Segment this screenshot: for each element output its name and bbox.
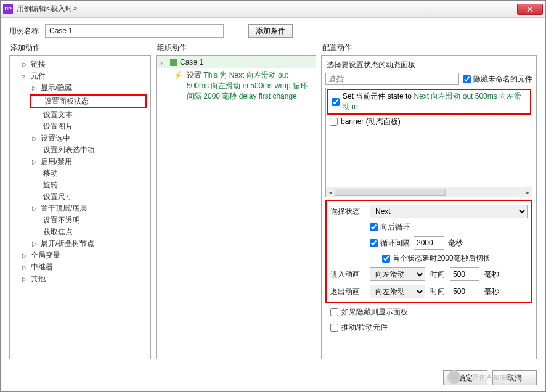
organize-panel: ▿ Case 1 ⚡ 设置 This 为 Next 向左滑动 out 500ms…: [156, 55, 316, 359]
anim-out-select[interactable]: 向左滑动: [370, 285, 425, 298]
organize-header: 组织动作: [156, 43, 316, 53]
search-input[interactable]: [325, 73, 459, 85]
configure-header: 配置动作: [321, 43, 537, 53]
close-button[interactable]: [517, 4, 543, 15]
horizontal-scrollbar[interactable]: ◂▸: [326, 187, 532, 197]
list-item-check[interactable]: [332, 98, 340, 106]
tree-enable-disable[interactable]: ▷启用/禁用: [11, 156, 149, 168]
push-pull-checkbox[interactable]: 推动/拉动元件: [325, 321, 532, 334]
action-tree-panel: ▷链接 ▿元件 ▷显示/隐藏 设置面板状态 设置文本 设置图片 ▷设置选中 设置…: [9, 55, 151, 359]
case-name-label: 用例名称: [9, 26, 39, 36]
tree-other[interactable]: ▷其他: [11, 273, 149, 285]
tree-set-text[interactable]: 设置文本: [11, 109, 149, 121]
tree-get-focus[interactable]: 获取焦点: [11, 226, 149, 238]
configure-panel: 选择要设置状态的动态面板 隐藏未命名的元件 Set 当前元件 state to …: [321, 55, 537, 359]
state-config-form: 选择状态 Next 向后循环 循环间隔 毫秒: [325, 200, 532, 303]
tree-set-panel-state[interactable]: 设置面板状态: [30, 94, 147, 108]
anim-out-time-input[interactable]: [450, 285, 479, 298]
case-editor-dialog: RP 用例编辑<载入时> 用例名称 添加条件 添加动作 ▷链接 ▿元件 ▷显示/…: [0, 0, 546, 392]
tree-repeater[interactable]: ▷中继器: [11, 261, 149, 273]
ms-label: 毫秒: [484, 269, 499, 280]
hide-unnamed-checkbox[interactable]: 隐藏未命名的元件: [463, 74, 532, 84]
panel-listbox[interactable]: Set 当前元件 state to Next 向左滑动 out 500ms 向左…: [325, 88, 532, 197]
cancel-button[interactable]: 取消: [492, 370, 537, 385]
time-label: 时间: [430, 269, 445, 280]
case-icon: [170, 59, 177, 66]
add-condition-button[interactable]: 添加条件: [248, 24, 293, 38]
tree-link[interactable]: ▷链接: [11, 59, 149, 70]
add-action-header: 添加动作: [9, 43, 151, 53]
anim-in-select[interactable]: 向左滑动: [370, 267, 425, 281]
list-item-banner[interactable]: banner (动态面板): [326, 115, 532, 128]
wrap-checkbox[interactable]: 向后循环: [370, 222, 410, 232]
tree-rotate[interactable]: 旋转: [11, 179, 149, 191]
delay-first-checkbox[interactable]: 首个状态延时2000毫秒后切换: [382, 253, 491, 264]
anim-in-time-input[interactable]: [450, 267, 479, 281]
state-select[interactable]: Next: [370, 205, 528, 218]
select-state-label: 选择状态: [330, 206, 365, 217]
tree-set-list-option[interactable]: 设置列表选中项: [11, 144, 149, 156]
tree-set-selected[interactable]: ▷设置选中: [11, 133, 149, 144]
tree-set-image[interactable]: 设置图片: [11, 121, 149, 133]
case-name-input[interactable]: [45, 24, 224, 38]
tree-bring-front[interactable]: ▷置于顶层/底层: [11, 203, 149, 214]
repeat-interval-input[interactable]: [414, 236, 444, 250]
window-title: 用例编辑<载入时>: [17, 4, 517, 14]
tree-move[interactable]: 移动: [11, 168, 149, 179]
list-item-current[interactable]: Set 当前元件 state to Next 向左滑动 out 500ms 向左…: [327, 89, 531, 115]
ok-button[interactable]: 确定: [443, 370, 487, 385]
tree-widget[interactable]: ▿元件: [11, 70, 149, 82]
titlebar: RP 用例编辑<载入时>: [1, 1, 545, 18]
tree-show-hide[interactable]: ▷显示/隐藏: [11, 82, 149, 94]
repeat-checkbox[interactable]: 循环间隔: [370, 238, 410, 248]
ms-label: 毫秒: [484, 287, 499, 297]
bolt-icon: ⚡: [174, 70, 183, 101]
time-label: 时间: [430, 287, 445, 297]
org-action[interactable]: ⚡ 设置 This 为 Next 向左滑动 out 500ms 向左滑动 in …: [157, 68, 316, 103]
ms-label: 毫秒: [448, 238, 463, 248]
tree-set-size[interactable]: 设置尺寸: [11, 191, 149, 203]
tree-set-opacity[interactable]: 设置不透明: [11, 214, 149, 226]
app-logo-icon: RP: [3, 4, 13, 14]
anim-in-label: 进入动画: [330, 269, 365, 280]
select-panel-label: 选择要设置状态的动态面板: [325, 60, 532, 70]
org-case[interactable]: ▿ Case 1: [157, 56, 316, 68]
tree-global-var[interactable]: ▷全局变量: [11, 250, 149, 261]
show-if-hidden-checkbox[interactable]: 如果隐藏则显示面板: [325, 306, 532, 319]
tree-collapse[interactable]: ▷展开/折叠树节点: [11, 238, 149, 250]
anim-out-label: 退出动画: [330, 287, 365, 297]
list-item-check[interactable]: [330, 118, 338, 126]
